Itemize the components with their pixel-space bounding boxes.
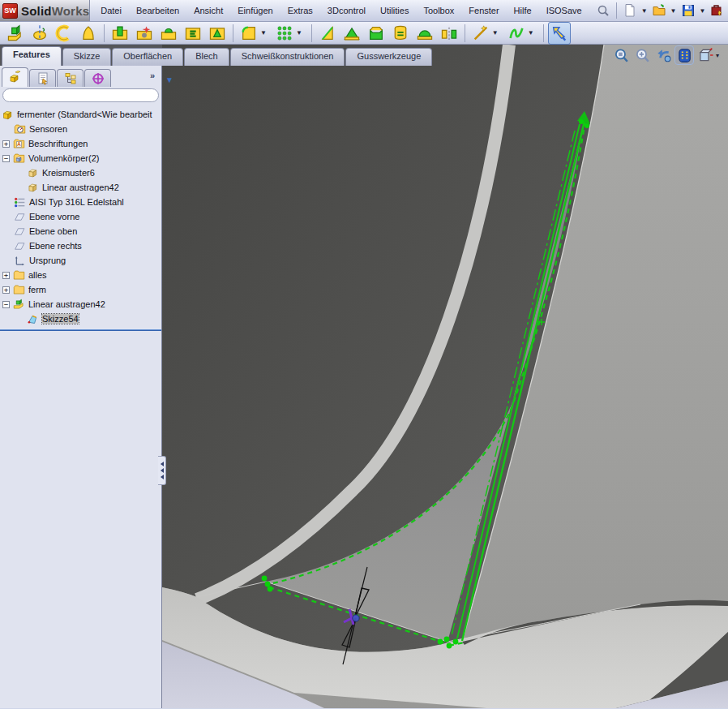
tree-item-volumenk-rper-2[interactable]: −Volumenkörper(2) bbox=[0, 151, 161, 165]
graphics-viewport[interactable] bbox=[162, 45, 728, 708]
tree-item-linear-austragen42[interactable]: Linear austragen42 bbox=[0, 180, 161, 195]
menu-item-hilfe[interactable]: Hilfe bbox=[507, 3, 539, 18]
menu-item-einfügen[interactable]: Einfügen bbox=[230, 3, 280, 18]
fb-extrude-icon bbox=[6, 24, 24, 42]
menu-item-3dcontrol[interactable]: 3Dcontrol bbox=[320, 3, 373, 18]
swept-cut-button[interactable] bbox=[182, 22, 204, 45]
menu-item-utilities[interactable]: Utilities bbox=[373, 3, 416, 18]
tree-item-label: ferm bbox=[28, 285, 46, 294]
lofted-boss-button[interactable] bbox=[77, 22, 100, 45]
filter-input[interactable] bbox=[2, 88, 159, 102]
fb-draft-icon bbox=[319, 24, 336, 42]
shell-button[interactable] bbox=[365, 22, 388, 45]
panel-tab-dimxpertmanager[interactable] bbox=[84, 69, 111, 87]
tab-features[interactable]: Features bbox=[2, 46, 62, 66]
save-document-dropdown[interactable]: ▼ bbox=[697, 7, 709, 15]
previous-view-button[interactable] bbox=[653, 45, 673, 65]
dome-button[interactable] bbox=[413, 22, 436, 45]
tree-item-ebene-oben[interactable]: Ebene oben bbox=[0, 224, 161, 238]
panel-splitter-handle[interactable] bbox=[158, 456, 166, 485]
save-document-button[interactable] bbox=[679, 2, 697, 19]
panel-tab-configurationmanager[interactable] bbox=[57, 69, 84, 87]
tree-item-kreismuster6[interactable]: Kreismuster6 bbox=[0, 165, 161, 180]
tab-skizze[interactable]: Skizze bbox=[62, 48, 111, 66]
panel-overflow-button[interactable]: » bbox=[150, 71, 155, 80]
new-document-button[interactable] bbox=[621, 2, 639, 19]
fillet-button[interactable]: ▼ bbox=[238, 22, 272, 45]
selected-origin-point[interactable] bbox=[353, 615, 359, 621]
tree-expand-toggle[interactable]: − bbox=[2, 301, 10, 308]
rollback-bar[interactable] bbox=[0, 329, 161, 331]
tree-expand-toggle[interactable]: + bbox=[2, 286, 10, 294]
lofted-cut-button[interactable] bbox=[206, 22, 229, 45]
reference-geometry-button[interactable]: ▼ bbox=[469, 22, 503, 45]
t-origin-icon bbox=[14, 255, 26, 267]
tab-oberflächen[interactable]: Oberflächen bbox=[112, 48, 183, 66]
wrap-button[interactable] bbox=[389, 22, 412, 45]
menu-item-toolbox[interactable]: Toolbox bbox=[416, 3, 461, 18]
filter-funnel-icon: ▼ bbox=[165, 75, 173, 84]
rib-button[interactable] bbox=[340, 22, 363, 45]
open-document-button[interactable] bbox=[650, 2, 668, 19]
extruded-cut-button[interactable] bbox=[109, 22, 131, 45]
menu-item-extras[interactable]: Extras bbox=[280, 3, 320, 18]
headsup-view-toolbar: ▾ bbox=[611, 45, 723, 65]
separator bbox=[104, 24, 105, 42]
tree-item-sensoren[interactable]: Sensoren bbox=[0, 122, 161, 136]
tab-schweißkonstruktionen[interactable]: Schweißkonstruktionen bbox=[230, 48, 345, 66]
revolved-cut-button[interactable] bbox=[157, 22, 180, 45]
tree-item-aisi-typ-316l-edelstahl[interactable]: AISI Typ 316L Edelstahl bbox=[0, 195, 161, 209]
tree-item-ursprung[interactable]: Ursprung bbox=[0, 253, 161, 268]
tree-item-alles[interactable]: +alles bbox=[0, 268, 161, 282]
zoom-to-fit-button[interactable] bbox=[611, 45, 631, 65]
extruded-boss-button[interactable] bbox=[4, 22, 27, 45]
menu-item-bearbeiten[interactable]: Bearbeiten bbox=[129, 3, 186, 18]
tree-expand-toggle[interactable]: + bbox=[2, 140, 10, 148]
curves-dropdown[interactable]: ▼ bbox=[525, 29, 537, 37]
linear-pattern-button[interactable]: ▼ bbox=[273, 22, 307, 45]
fb-pattern-icon bbox=[276, 24, 293, 42]
instant3d-button[interactable] bbox=[548, 22, 571, 45]
tree-expand-toggle[interactable]: − bbox=[2, 155, 10, 162]
tree-item-label: alles bbox=[28, 270, 47, 280]
fb-shell-icon bbox=[367, 24, 385, 42]
hole-wizard-button[interactable] bbox=[133, 22, 156, 45]
revolved-boss-button[interactable] bbox=[28, 22, 51, 45]
tab-gusswerkzeuge[interactable]: Gusswerkzeuge bbox=[345, 48, 432, 66]
menu-item-ansicht[interactable]: Ansicht bbox=[186, 3, 230, 18]
tree-expand-toggle[interactable]: + bbox=[2, 272, 10, 279]
mirror-button[interactable] bbox=[438, 22, 460, 45]
tree-item-beschriftungen[interactable]: +ABeschriftungen bbox=[0, 136, 161, 151]
tree-item-skizze54[interactable]: Skizze54 bbox=[0, 312, 161, 326]
commandmanager-tabs: FeaturesSkizzeOberflächenBlechSchweißkon… bbox=[0, 45, 433, 66]
draft-button[interactable] bbox=[316, 22, 339, 45]
filter-area: ▼ bbox=[0, 87, 161, 104]
tab-blech[interactable]: Blech bbox=[184, 48, 229, 66]
panel-tab-propertymanager[interactable] bbox=[29, 69, 56, 87]
menu-item-isosave[interactable]: ISOSave bbox=[539, 3, 589, 18]
panel-tab-featuremanager-tree[interactable] bbox=[2, 67, 28, 87]
view-orientation-dropdown[interactable]: ▾ bbox=[713, 52, 722, 59]
reference-geometry-dropdown[interactable]: ▼ bbox=[490, 29, 501, 37]
zoom-to-area-button[interactable] bbox=[632, 45, 652, 65]
swept-boss-button[interactable] bbox=[53, 22, 75, 45]
menu-item-datei[interactable]: Datei bbox=[93, 3, 129, 18]
tree-item-ebene-vorne[interactable]: Ebene vorne bbox=[0, 209, 161, 224]
menu-item-fenster[interactable]: Fenster bbox=[461, 3, 506, 18]
t-body-icon bbox=[27, 182, 39, 194]
tree-item-linear-austragen42[interactable]: −Linear austragen42 bbox=[0, 297, 161, 312]
toolbox-library-button[interactable] bbox=[708, 2, 726, 19]
open-document-dropdown[interactable]: ▼ bbox=[668, 7, 679, 15]
fillet-dropdown[interactable]: ▼ bbox=[258, 29, 269, 37]
search-button[interactable] bbox=[594, 2, 612, 19]
new-document-dropdown[interactable]: ▼ bbox=[639, 7, 650, 15]
linear-pattern-dropdown[interactable]: ▼ bbox=[293, 29, 305, 37]
view-orientation-button[interactable]: ▾ bbox=[696, 45, 723, 65]
fb-cut-revolve-icon bbox=[160, 24, 178, 42]
rotate-view-button[interactable] bbox=[674, 45, 694, 65]
tree-item-label: AISI Typ 316L Edelstahl bbox=[29, 197, 124, 207]
tree-item-ebene-rechts[interactable]: Ebene rechts bbox=[0, 238, 161, 253]
tree-item-fermenter-standard-wie-bearbeit[interactable]: fermenter (Standard<Wie bearbeit bbox=[0, 107, 161, 122]
tree-item-ferm[interactable]: +ferm bbox=[0, 282, 161, 297]
curves-button[interactable]: ▼ bbox=[505, 22, 539, 45]
